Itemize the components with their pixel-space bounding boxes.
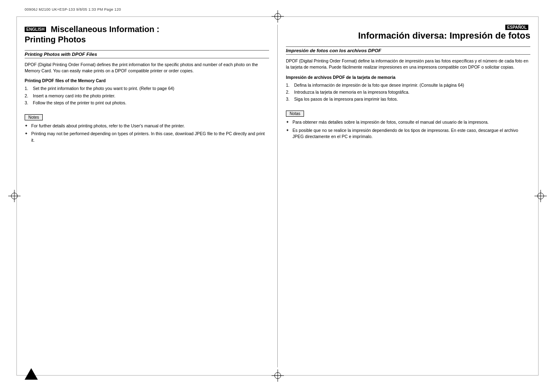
left-title-line2: Printing Photos [25,35,269,44]
right-note-1: Para obtener más detalles sobre la impre… [286,119,530,125]
left-section-title: Printing Photos with DPOF Files [25,52,97,57]
espanol-badge: ESPAÑOL [505,25,528,30]
left-steps-list: 1. Set the print information for the pho… [25,85,269,106]
left-step-2: 2. Insert a memory card into the photo p… [25,93,269,99]
right-notes-badge: Notas [286,111,304,117]
crosshair-right [534,190,547,202]
page-number-wrapper: 120 [25,368,38,380]
right-intro-text: DPOF (Digital Printing Order Format) def… [286,58,530,70]
right-section-header: Impresión de fotos con los archivos DPOF [286,46,530,55]
right-subhead: Impresión de archivos DPOF de la tarjeta… [286,75,530,80]
right-steps-list: 1. Defina la información de impresión de… [286,82,530,103]
left-column: ENGLISH Miscellaneous Information : Prin… [25,25,278,367]
page-number-triangle [25,368,38,380]
english-badge: ENGLISH [25,27,46,32]
left-section-header: Printing Photos with DPOF Files [25,50,269,58]
right-step-text-2: Introduzca la tarjeta de memoria en la i… [294,90,410,95]
left-step-3: 3. Follow the steps of the printer to pr… [25,100,269,106]
left-notes-list: For further details about printing photo… [25,123,269,143]
right-step-1: 1. Defina la información de impresión de… [286,82,530,88]
right-title-block: ESPAÑOL Información diversa: Impresión d… [286,25,530,41]
left-title-line1: ENGLISH Miscellaneous Information : [25,25,269,34]
crosshair-bottom [272,369,284,382]
page: 00906J M2100 UK+ESP-133 9/8/05 1:33 PM P… [0,0,555,392]
right-notes-list: Para obtener más detalles sobre la impre… [286,119,530,140]
right-note-2: Es posible que no se realice la impresió… [286,127,530,140]
page-number: 120 [21,385,29,390]
step-text-1: Set the print information for the photo … [33,86,174,91]
left-notes-section: Notes For further details about printing… [25,114,269,143]
left-title-block: ENGLISH Miscellaneous Information : Prin… [25,25,269,44]
left-notes-badge: Notes [25,114,43,120]
left-intro-text: DPOF (Digital Printing Order Format) def… [25,62,269,74]
right-step-num-2: 2. [286,89,290,95]
right-lang-line: ESPAÑOL [286,25,530,30]
right-step-text-3: Siga los pasos de la impresora para impr… [294,97,398,101]
page-number-area: 120 [25,368,38,380]
step-num-1: 1. [25,85,28,92]
left-title-text1: Miscellaneous Information : [51,25,159,34]
right-step-text-1: Defina la información de impresión de la… [294,83,464,88]
content-area: ENGLISH Miscellaneous Information : Prin… [25,25,530,367]
step-num-2: 2. [25,93,28,99]
step-num-3: 3. [25,100,28,106]
crosshair-top [272,10,284,23]
left-note-2: Printing may not be performed depending … [25,131,269,143]
right-step-3: 3. Siga los pasos de la impresora para i… [286,96,530,102]
two-column-layout: ENGLISH Miscellaneous Information : Prin… [25,25,530,367]
right-title-text: Información diversa: Impresión de fotos [286,31,530,41]
step-text-2: Insert a memory card into the photo prin… [33,93,115,98]
crosshair-left [8,190,21,202]
right-notes-section: Notas Para obtener más detalles sobre la… [286,111,530,140]
right-step-num-3: 3. [286,96,290,102]
left-step-1: 1. Set the print information for the pho… [25,85,269,92]
right-step-num-1: 1. [286,82,290,88]
right-column: ESPAÑOL Información diversa: Impresión d… [278,25,530,367]
right-step-2: 2. Introduzca la tarjeta de memoria en l… [286,89,530,95]
step-text-3: Follow the steps of the printer to print… [33,100,127,105]
left-subhead: Printing DPOF files of the Memory Card [25,78,269,83]
right-section-title: Impresión de fotos con los archivos DPOF [286,48,381,53]
file-info: 00906J M2100 UK+ESP-133 9/8/05 1:33 PM P… [25,7,121,12]
left-note-1: For further details about printing photo… [25,123,269,129]
